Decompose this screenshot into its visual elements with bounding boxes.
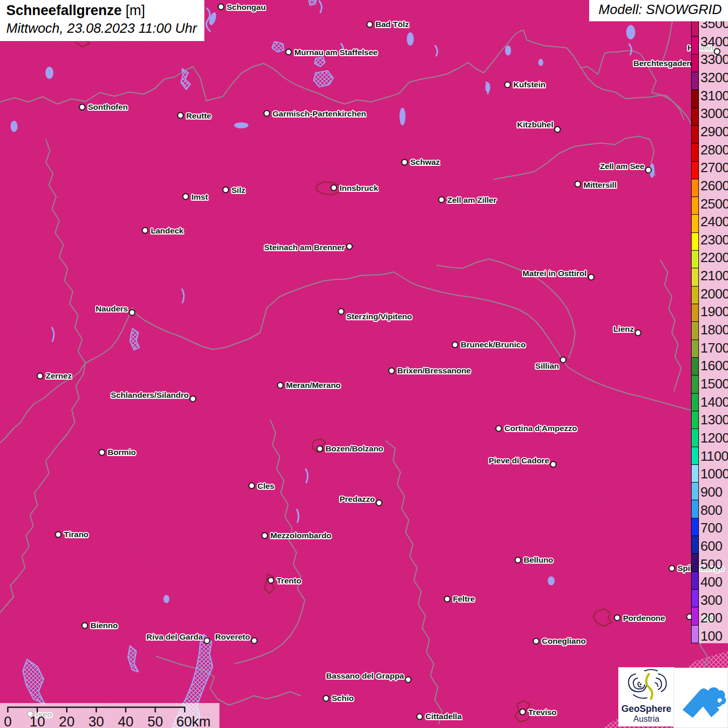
- map-datetime: Mittwoch, 23.08.2023 11:00 Uhr: [6, 20, 197, 36]
- city-label: Nauders: [96, 304, 128, 314]
- city-dot: [262, 532, 268, 539]
- city-dot: [82, 622, 88, 629]
- city-label: Sterzing/Vipiteno: [346, 312, 412, 321]
- colorbar-tick-label: 500: [700, 556, 722, 572]
- geosphere-logo-subtext: Austria: [619, 714, 674, 724]
- city-dot: [645, 167, 652, 174]
- city-dot: [417, 713, 423, 720]
- scale-bar-label: 30: [88, 714, 104, 728]
- city-dot: [338, 308, 345, 315]
- city-label: Landeck: [151, 226, 184, 236]
- city-label: Mittersill: [583, 180, 617, 190]
- colorbar-tick-label: 2700: [700, 160, 728, 176]
- colorbar-segment: [692, 179, 698, 197]
- city-label: Kitzbühel: [517, 120, 553, 129]
- colorbar-tick-label: 2800: [700, 141, 728, 158]
- city-label: Sillian: [535, 361, 559, 371]
- partner-logo-box: [673, 668, 728, 728]
- colorbar-segment: [692, 589, 698, 607]
- colorbar-segment: [692, 36, 698, 54]
- colorbar-tick-label: 3100: [700, 87, 728, 103]
- city-label: Riva del Garda: [146, 632, 203, 642]
- colorbar-segment: [692, 197, 698, 214]
- colorbar-segment: [692, 625, 698, 643]
- geosphere-logo-text: GeoSphere: [619, 704, 674, 714]
- city-label: Predazzo: [340, 495, 375, 504]
- colorbar-tick-label: 2300: [700, 231, 728, 248]
- colorbar-tick-label: 2500: [700, 196, 728, 212]
- scale-bar-label: 40: [118, 714, 134, 728]
- colorbar-segment: [692, 54, 698, 72]
- colorbar-segment: [692, 447, 698, 464]
- city-label: Tirano: [64, 530, 88, 539]
- city-label: Reutte: [186, 111, 211, 121]
- colorbar-tick-label: 3000: [700, 106, 728, 122]
- city-label: Berchtesgaden: [633, 59, 692, 68]
- city-dot: [376, 500, 383, 506]
- city-label: Pieve di Cadore: [489, 456, 549, 465]
- city-label: Garmisch-Partenkirchen: [272, 109, 366, 119]
- city-dot: [142, 227, 149, 234]
- model-label: Modell: SNOWGRID: [589, 0, 728, 21]
- city-dot: [669, 565, 675, 572]
- city-dot: [99, 449, 106, 456]
- city-dot: [401, 159, 408, 166]
- colorbar-tick-label: 400: [700, 574, 722, 590]
- colorbar-tick-label: 1600: [700, 358, 728, 374]
- city-label: Murnau am Staffelsee: [294, 48, 378, 57]
- snowfall-line-map: SchongauBad TölzKemptenMurnau am Staffel…: [0, 0, 728, 728]
- city-label: Conegliano: [542, 636, 586, 646]
- city-dot: [55, 531, 62, 538]
- scale-bar-label: 60km: [176, 714, 211, 728]
- city-dot: [323, 695, 330, 702]
- page-title: Schneefallgrenze [m]: [6, 3, 197, 19]
- colorbar-segment: [692, 464, 698, 482]
- colorbar-segment: [692, 411, 698, 428]
- city-label: Cittadella: [425, 712, 462, 721]
- city-label: Schwaz: [410, 158, 440, 167]
- city-dot: [249, 483, 255, 489]
- colorbar-tick-label: 3400: [700, 33, 728, 49]
- scale-bar-label: 50: [147, 714, 163, 728]
- city-dot: [183, 193, 189, 200]
- colorbar-segment: [692, 232, 698, 250]
- geosphere-logo: GeoSphere Austria: [618, 667, 674, 726]
- city-label: Bad Tölz: [375, 20, 409, 29]
- colorbar-tick-label: 900: [700, 484, 722, 500]
- colorbar-tick-label: 1400: [700, 394, 728, 410]
- city-dot: [714, 48, 721, 55]
- colorbar-tick-label: 200: [700, 610, 722, 626]
- city-label: Meran/Merano: [286, 381, 341, 390]
- colorbar-tick-label: 1800: [700, 322, 728, 338]
- colorbar-segment: [692, 357, 698, 375]
- city-label: Trento: [277, 576, 301, 586]
- scale-bar-label: 0: [4, 714, 11, 728]
- city-dot: [37, 373, 44, 380]
- city-dot: [277, 382, 284, 389]
- colorbar-tick-label: 100: [700, 628, 722, 644]
- colorbar-segment: [692, 482, 698, 500]
- city-label: Schlanders/Silandro: [111, 391, 189, 400]
- colorbar-segment: [692, 536, 698, 553]
- colorbar-tick-label: 2400: [700, 214, 728, 230]
- city-label: Bozen/Bolzano: [326, 444, 383, 453]
- city-dot: [285, 49, 292, 56]
- city-label: Silz: [231, 186, 245, 195]
- city-dot: [519, 709, 526, 716]
- city-dot: [190, 396, 197, 402]
- city-dot: [575, 181, 581, 188]
- city-label: Belluno: [524, 555, 553, 565]
- geosphere-contour-icon: [619, 668, 675, 703]
- city-label: Zell am See: [600, 162, 644, 171]
- colorbar-segment: [692, 607, 698, 625]
- title-unit: [m]: [126, 3, 146, 18]
- colorbar-segment: [692, 161, 698, 179]
- colorbar-tick-label: 1200: [700, 430, 728, 446]
- colorbar-tick-label: 1500: [700, 376, 728, 392]
- colorbar-tick-label: 1000: [700, 466, 728, 482]
- title-text: Schneefallgrenze: [6, 3, 122, 18]
- city-dot: [129, 309, 136, 316]
- city-label: Innsbruck: [340, 184, 378, 193]
- colorbar-tick-label: 2600: [700, 177, 728, 193]
- colorbar-segment: [692, 214, 698, 232]
